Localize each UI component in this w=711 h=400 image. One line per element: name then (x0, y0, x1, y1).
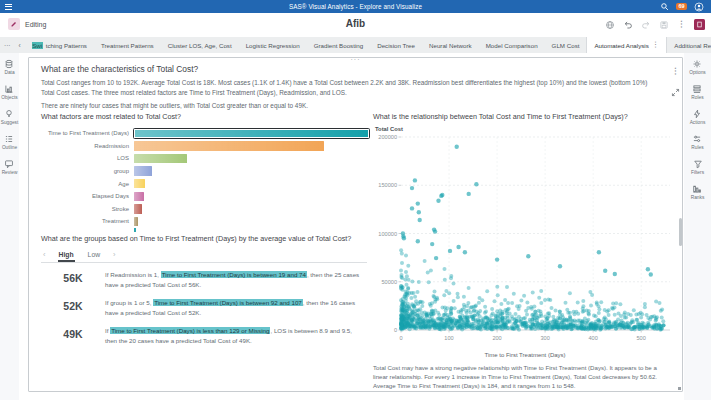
rail-item-ranks[interactable]: Ranks (691, 184, 705, 200)
group-row-49k[interactable]: 49KIf Time to First Treatment (Days) is … (41, 326, 367, 346)
rail-label: Roles (691, 95, 703, 100)
rail-label: Data (4, 70, 14, 75)
bar-readmission[interactable] (134, 141, 324, 151)
notification-badge[interactable]: 69 (676, 3, 687, 11)
rail-item-options[interactable]: Options (689, 59, 706, 75)
bar-group[interactable] (134, 166, 152, 176)
bar-stroke[interactable] (134, 204, 142, 214)
save-icon[interactable] (658, 19, 669, 30)
bar-row-treatment: Treatment (41, 215, 369, 228)
tab-treatment-patterns[interactable]: Treatment Patterns (94, 37, 161, 53)
bar-time-to-first-treatment-days[interactable] (134, 129, 369, 139)
group-rule-text: If group is 1 or 5, Time to First Treatm… (105, 298, 367, 318)
bar-axis-tick (134, 228, 136, 232)
svg-text:0: 0 (394, 327, 397, 333)
tab-menu-icon[interactable]: ··· (653, 41, 659, 49)
group-rule-text: If Time to First Treatment (Days) is les… (105, 326, 367, 346)
tab-decision-tree[interactable]: Decision Tree (370, 37, 422, 53)
summary-paragraph-1: Total Cost ranges from 10 to 192K. Avera… (41, 78, 660, 97)
rail-item-suggest[interactable]: Suggest (1, 109, 19, 125)
rail-label: Suggest (1, 120, 19, 125)
groups-tab-high[interactable]: High (58, 251, 75, 258)
redo-icon[interactable] (640, 19, 651, 30)
scatter-outlier-points[interactable] (401, 145, 653, 277)
rail-label: Filters (691, 170, 704, 175)
rail-label: Actions (690, 120, 706, 125)
group-row-56k[interactable]: 56KIf Readmission is 1, Time to First Tr… (41, 270, 367, 290)
left-rail: DataObjectsSuggestOutlineReview (0, 53, 20, 400)
tab-switching-patterns[interactable]: Switching Patterns (25, 37, 94, 53)
rail-item-roles[interactable]: Roles (691, 84, 703, 100)
object-drag-handle[interactable]: ··· (351, 57, 361, 62)
report-toolbar: Editing Afib ··· (0, 13, 711, 38)
bar-track (134, 129, 369, 139)
factors-heading: What factors are most related to Total C… (41, 112, 369, 121)
rail-label: Options (689, 70, 706, 75)
rail-item-data[interactable]: Data (4, 59, 14, 75)
database-icon (4, 59, 14, 69)
tab-gradient-boosting[interactable]: Gradient Boosting (307, 37, 371, 53)
bar-los[interactable] (134, 154, 187, 164)
bar-track (134, 217, 369, 227)
scatter-plot-svg[interactable]: 0500001000001500002000000100200300400500 (373, 132, 675, 350)
tab-automated-analysis[interactable]: Automated Analysis··· (586, 37, 667, 53)
search-icon[interactable] (659, 1, 670, 12)
actions-icon (692, 109, 702, 119)
more-menu-icon[interactable]: ··· (676, 19, 687, 30)
bar-track (134, 179, 369, 189)
tab-scroll-left-icon[interactable]: ‹ (15, 37, 25, 53)
bar-row-group: group (41, 165, 369, 178)
summary-section: What are the characteristics of Total Co… (41, 64, 660, 111)
groups-next-icon[interactable]: › (113, 250, 116, 259)
tab-overflow-left-icon[interactable]: ··· (0, 37, 15, 53)
tab-cluster-los-age-cost[interactable]: Cluster LOS, Age, Cost (161, 37, 239, 53)
tab-glm-cost[interactable]: GLM Cost (545, 37, 587, 53)
top-app-bar: SAS® Visual Analytics - Explore and Visu… (0, 0, 711, 13)
tab-additional-reports[interactable]: Additional Reports (667, 37, 711, 53)
tab-model-comparison[interactable]: Model Comparison (479, 37, 545, 53)
panel-scrollbar[interactable] (679, 218, 682, 246)
svg-text:400: 400 (588, 335, 597, 341)
bar-track (134, 204, 369, 214)
rail-item-objects[interactable]: Objects (1, 84, 17, 100)
outline-list-icon (4, 134, 14, 144)
rules-icon (692, 134, 702, 144)
group-value: 56K (41, 270, 105, 290)
svg-text:50000: 50000 (381, 279, 397, 285)
panel-resize-grip[interactable] (678, 387, 681, 390)
scatter-x-axis-title: Time to First Treatment (Days) (373, 352, 677, 358)
groups-tab-low[interactable]: Low (87, 251, 101, 258)
rail-item-outline[interactable]: Outline (2, 134, 17, 150)
undo-icon[interactable] (622, 19, 633, 30)
group-row-52k[interactable]: 52KIf group is 1 or 5, Time to First Tre… (41, 298, 367, 318)
objects-chart-icon (4, 84, 14, 94)
scatter-heading: What is the relationship between Total C… (373, 112, 677, 121)
bar-row-age: Age (41, 177, 369, 190)
svg-text:500: 500 (637, 335, 646, 341)
app-title: SAS® Visual Analytics - Explore and Visu… (0, 3, 711, 10)
scatter-points[interactable] (399, 248, 666, 332)
rail-item-filters[interactable]: Filters (691, 159, 704, 175)
bar-age[interactable] (134, 179, 145, 189)
groups-prev-icon[interactable]: ‹ (43, 250, 46, 259)
rail-item-actions[interactable]: Actions (690, 109, 706, 125)
tab-neural-network[interactable]: Neural Network (422, 37, 479, 53)
rail-item-review[interactable]: Review (2, 159, 18, 175)
ranks-icon (692, 184, 702, 194)
rail-item-rules[interactable]: Rules (691, 134, 703, 150)
report-pages-icon[interactable] (694, 19, 705, 30)
refresh-icon[interactable] (604, 19, 615, 30)
bar-elapsed-days[interactable] (134, 192, 144, 202)
user-avatar[interactable] (693, 1, 704, 12)
bar-row-readmission: Readmission (41, 140, 369, 153)
groups-tab-strip: ‹ High Low › (41, 248, 367, 263)
object-menu-icon[interactable]: ··· (671, 60, 680, 78)
bar-treatment[interactable] (134, 217, 138, 227)
tab-logistic-regression[interactable]: Logistic Regression (239, 37, 307, 53)
expand-object-icon[interactable] (671, 83, 680, 101)
filter-funnel-icon (693, 159, 703, 169)
svg-text:100: 100 (444, 335, 453, 341)
bar-category-label: Treatment (41, 218, 134, 224)
bar-row-time-to-first-treatment-days: Time to First Treatment (Days) (41, 127, 369, 140)
automated-analysis-panel[interactable]: ··· What are the characteristics of Tota… (28, 57, 683, 392)
